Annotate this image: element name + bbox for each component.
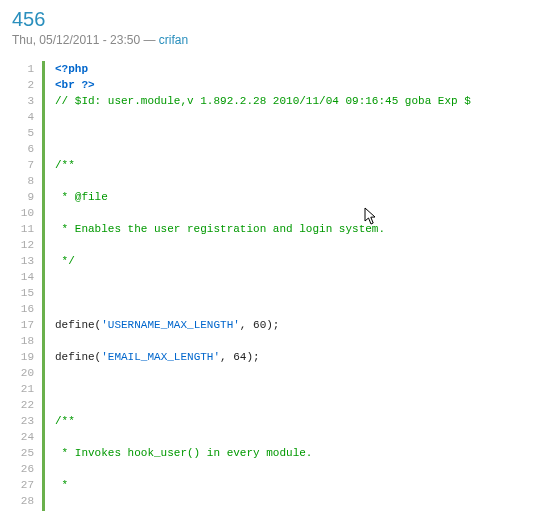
line-number: 5 [12, 125, 34, 141]
line-number: 19 [12, 349, 34, 365]
line-number: 28 [12, 493, 34, 509]
code-token: // $Id: user.module,v 1.892.2.28 2010/11… [55, 95, 471, 107]
line-number: 2 [12, 77, 34, 93]
line-number: 17 [12, 317, 34, 333]
code-line [55, 301, 537, 317]
code-block: <?php<br ?>// $Id: user.module,v 1.892.2… [42, 61, 537, 511]
code-line: <?php [55, 61, 537, 77]
code-line [55, 125, 537, 141]
line-number: 12 [12, 237, 34, 253]
code-line: /** [55, 157, 537, 173]
code-line: * @file [55, 189, 537, 205]
code-token: * Enables the user registration and logi… [55, 223, 385, 235]
code-line [55, 141, 537, 157]
line-number: 15 [12, 285, 34, 301]
post-meta: Thu, 05/12/2011 - 23:50 — crifan [12, 33, 537, 47]
line-number: 7 [12, 157, 34, 173]
code-line: * Invokes hook_user() in every module. [55, 445, 537, 461]
line-number: 24 [12, 429, 34, 445]
line-number: 22 [12, 397, 34, 413]
code-line: define('USERNAME_MAX_LENGTH', 60); [55, 317, 537, 333]
code-token: define( [55, 351, 101, 363]
line-number-gutter: 1234567891011121314151617181920212223242… [12, 61, 40, 511]
code-token: * [55, 479, 68, 491]
code-line [55, 381, 537, 397]
code-line [55, 333, 537, 349]
code-line [55, 429, 537, 445]
line-number: 26 [12, 461, 34, 477]
code-line [55, 237, 537, 253]
post-author-link[interactable]: crifan [159, 33, 188, 47]
line-number: 10 [12, 205, 34, 221]
code-line: <br ?> [55, 77, 537, 93]
code-container: 1234567891011121314151617181920212223242… [12, 61, 537, 511]
line-number: 20 [12, 365, 34, 381]
line-number: 23 [12, 413, 34, 429]
line-number: 11 [12, 221, 34, 237]
code-line [55, 109, 537, 125]
code-line: // $Id: user.module,v 1.892.2.28 2010/11… [55, 93, 537, 109]
line-number: 6 [12, 141, 34, 157]
code-line: /** [55, 413, 537, 429]
line-number: 3 [12, 93, 34, 109]
code-token: <br ?> [55, 79, 95, 91]
meta-separator: — [140, 33, 159, 47]
line-number: 16 [12, 301, 34, 317]
line-number: 13 [12, 253, 34, 269]
code-token: <?php [55, 63, 88, 75]
post-date: Thu, 05/12/2011 - 23:50 [12, 33, 140, 47]
code-token: , 64); [220, 351, 260, 363]
code-line: * Enables the user registration and logi… [55, 221, 537, 237]
line-number: 21 [12, 381, 34, 397]
line-number: 9 [12, 189, 34, 205]
code-token: * Invokes hook_user() in every module. [55, 447, 312, 459]
line-number: 1 [12, 61, 34, 77]
code-line [55, 461, 537, 477]
code-line: define('EMAIL_MAX_LENGTH', 64); [55, 349, 537, 365]
line-number: 25 [12, 445, 34, 461]
code-token: define( [55, 319, 101, 331]
code-line [55, 397, 537, 413]
code-token: * @file [55, 191, 108, 203]
code-line [55, 205, 537, 221]
code-token: /** [55, 159, 75, 171]
code-line: */ [55, 253, 537, 269]
code-token: , 60); [240, 319, 280, 331]
code-line [55, 269, 537, 285]
code-token: /** [55, 415, 75, 427]
code-line [55, 365, 537, 381]
code-line [55, 173, 537, 189]
code-line [55, 285, 537, 301]
code-line: * [55, 477, 537, 493]
line-number: 8 [12, 173, 34, 189]
line-number: 27 [12, 477, 34, 493]
code-token: */ [55, 255, 75, 267]
code-token: 'USERNAME_MAX_LENGTH' [101, 319, 240, 331]
page-title[interactable]: 456 [12, 8, 537, 31]
code-line [55, 493, 537, 509]
line-number: 18 [12, 333, 34, 349]
line-number: 14 [12, 269, 34, 285]
line-number: 4 [12, 109, 34, 125]
code-token: 'EMAIL_MAX_LENGTH' [101, 351, 220, 363]
